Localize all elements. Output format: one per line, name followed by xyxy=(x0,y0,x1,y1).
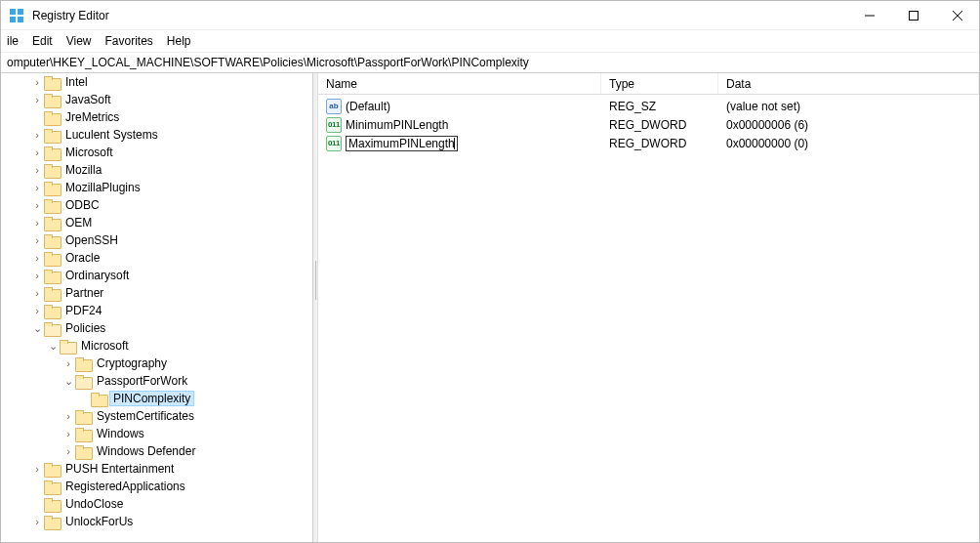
expand-icon[interactable]: › xyxy=(30,516,44,527)
tree-item[interactable]: UndoClose xyxy=(30,495,312,513)
folder-icon xyxy=(44,252,60,265)
expand-icon[interactable]: › xyxy=(30,164,44,176)
tree-item[interactable]: ⌄Policies xyxy=(30,319,312,337)
folder-icon xyxy=(44,146,60,159)
folder-icon xyxy=(91,393,106,405)
expand-icon[interactable]: › xyxy=(61,410,75,422)
expand-icon[interactable]: › xyxy=(30,463,44,475)
menu-file[interactable]: ile xyxy=(7,34,19,48)
expand-icon[interactable]: › xyxy=(30,234,44,246)
expand-icon[interactable]: › xyxy=(30,305,44,316)
tree-item[interactable]: PINComplexity xyxy=(77,390,312,407)
svg-rect-3 xyxy=(18,17,23,22)
value-data: (value not set) xyxy=(722,100,975,113)
tree-item[interactable]: ›Ordinarysoft xyxy=(30,267,312,284)
menu-help[interactable]: Help xyxy=(167,34,191,48)
expand-icon[interactable]: › xyxy=(61,357,75,369)
minimize-button[interactable] xyxy=(847,1,891,30)
tree-item-label: Intel xyxy=(63,75,90,89)
app-icon xyxy=(9,8,24,23)
folder-icon xyxy=(44,76,60,89)
expand-icon[interactable]: › xyxy=(30,146,44,158)
folder-icon xyxy=(44,498,60,511)
svg-rect-0 xyxy=(10,9,16,15)
collapse-icon[interactable]: ⌄ xyxy=(61,375,75,388)
menu-favorites[interactable]: Favorites xyxy=(105,34,153,48)
tree-item-label: JreMetrics xyxy=(63,110,121,124)
tree-item[interactable]: RegisteredApplications xyxy=(30,478,312,495)
tree-item[interactable]: ⌄Microsoft xyxy=(46,337,312,355)
value-type: REG_SZ xyxy=(605,100,722,113)
tree-item[interactable]: JreMetrics xyxy=(30,108,312,126)
value-row[interactable]: 011MaximumPINLengthREG_DWORD0x00000000 (… xyxy=(318,134,979,152)
value-row[interactable]: ab(Default)REG_SZ(value not set) xyxy=(318,97,979,115)
value-name: MinimumPINLength xyxy=(346,118,448,132)
value-name-editing[interactable]: MaximumPINLength xyxy=(346,136,458,151)
menu-edit[interactable]: Edit xyxy=(32,34,53,48)
tree-item[interactable]: ›PUSH Entertainment xyxy=(30,460,312,478)
tree-item[interactable]: ›ODBC xyxy=(30,196,312,214)
expand-icon[interactable]: › xyxy=(30,182,44,193)
expand-icon[interactable]: › xyxy=(30,199,44,211)
tree-pane[interactable]: ›Intel›JavaSoftJreMetrics›Luculent Syste… xyxy=(1,73,313,542)
titlebar: Registry Editor xyxy=(1,1,979,30)
value-row[interactable]: 011MinimumPINLengthREG_DWORD0x00000006 (… xyxy=(318,115,979,134)
folder-icon xyxy=(75,375,91,388)
tree-item-label: PINComplexity xyxy=(109,391,194,406)
expand-icon[interactable]: › xyxy=(30,270,44,281)
tree-item[interactable]: ›OpenSSH xyxy=(30,231,312,249)
tree-item[interactable]: ›Oracle xyxy=(30,249,312,267)
expand-icon[interactable]: › xyxy=(30,129,44,141)
column-type[interactable]: Type xyxy=(601,73,718,94)
tree-item[interactable]: ›Intel xyxy=(30,73,312,91)
folder-icon xyxy=(44,111,60,124)
tree-item[interactable]: ›UnlockForUs xyxy=(30,513,312,530)
registry-editor-window: Registry Editor ile Edit View Favorites … xyxy=(0,0,980,543)
expand-icon[interactable]: › xyxy=(30,252,44,264)
value-data: 0x00000006 (6) xyxy=(722,118,975,132)
close-button[interactable] xyxy=(935,1,979,30)
tree-item[interactable]: ›Windows xyxy=(61,425,312,442)
string-value-icon: ab xyxy=(326,99,342,114)
values-header: Name Type Data xyxy=(318,73,979,95)
folder-icon xyxy=(44,480,60,493)
tree-item-label: Partner xyxy=(63,286,105,300)
tree-item[interactable]: ›JavaSoft xyxy=(30,91,312,108)
column-data[interactable]: Data xyxy=(718,73,979,94)
tree-item[interactable]: ⌄PassportForWork xyxy=(61,372,312,390)
column-name[interactable]: Name xyxy=(318,73,601,94)
tree-item[interactable]: ›Microsoft xyxy=(30,144,312,161)
tree-item-label: OEM xyxy=(63,216,94,230)
folder-icon xyxy=(44,217,60,230)
tree-item[interactable]: ›Partner xyxy=(30,284,312,302)
folder-icon xyxy=(44,516,60,528)
collapse-icon[interactable]: ⌄ xyxy=(46,340,60,353)
values-pane: Name Type Data ab(Default)REG_SZ(value n… xyxy=(318,73,979,542)
tree-item[interactable]: ›OEM xyxy=(30,214,312,231)
binary-value-icon: 011 xyxy=(326,136,342,151)
expand-icon[interactable]: › xyxy=(30,287,44,299)
expand-icon[interactable]: › xyxy=(30,94,44,105)
svg-rect-2 xyxy=(10,17,16,22)
address-input[interactable] xyxy=(5,55,975,70)
menu-view[interactable]: View xyxy=(66,34,92,48)
value-type: REG_DWORD xyxy=(605,137,722,150)
value-data: 0x00000000 (0) xyxy=(722,137,975,150)
tree-item-label: RegisteredApplications xyxy=(63,480,187,493)
tree-item[interactable]: ›Windows Defender xyxy=(61,442,312,460)
collapse-icon[interactable]: ⌄ xyxy=(30,322,44,335)
maximize-button[interactable] xyxy=(891,1,935,30)
tree-item[interactable]: ›MozillaPlugins xyxy=(30,179,312,196)
tree-item[interactable]: ›SystemCertificates xyxy=(61,407,312,425)
tree-item-label: Cryptography xyxy=(95,356,169,370)
tree-item[interactable]: ›Mozilla xyxy=(30,161,312,179)
expand-icon[interactable]: › xyxy=(61,428,75,439)
tree-item[interactable]: ›PDF24 xyxy=(30,302,312,319)
expand-icon[interactable]: › xyxy=(30,217,44,229)
expand-icon[interactable]: › xyxy=(30,76,44,88)
pane-splitter[interactable] xyxy=(313,73,318,542)
tree-item[interactable]: ›Luculent Systems xyxy=(30,126,312,144)
expand-icon[interactable]: › xyxy=(61,445,75,457)
binary-value-icon: 011 xyxy=(326,117,342,133)
tree-item[interactable]: ›Cryptography xyxy=(61,355,312,372)
